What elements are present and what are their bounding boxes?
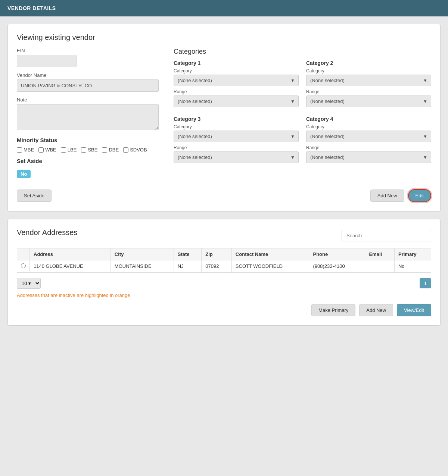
cat4-range-label: Range [306,145,431,150]
cat4-category-select[interactable]: (None selected) [306,131,431,142]
cat1-category-select[interactable]: (None selected) [174,75,299,86]
cat1-category-wrapper: (None selected) ▼ [174,75,299,86]
checkbox-mbe[interactable]: MBE [17,147,34,153]
row-state: NJ [174,260,201,273]
vendor-name-group: Vendor Name [17,72,159,92]
address-actions: Make Primary Add New View/Edit [17,304,431,316]
category-4-group: Category 4 Category (None selected) ▼ Ra… [306,116,431,166]
ein-label: EIN [17,48,159,53]
cat2-category-select[interactable]: (None selected) [306,75,431,86]
checkbox-sdvob[interactable]: SDVOB [123,147,147,153]
sdvob-checkbox[interactable] [123,147,128,153]
vendor-name-input[interactable] [17,79,159,92]
checkbox-sbe[interactable]: SBE [81,147,97,153]
view-edit-address-button[interactable]: View/Edit [397,304,431,316]
cat3-range-label: Range [174,145,299,150]
set-aside-label: Set Aside [17,158,159,164]
addresses-table: Address City State Zip Contact Name Phon… [17,248,431,273]
cat2-category-label: Category [306,68,431,73]
cat1-category-label: Category [174,68,299,73]
cat4-category-wrapper: (None selected) ▼ [306,131,431,142]
set-aside-badge: No [17,170,31,178]
set-aside-button[interactable]: Set Aside [17,190,52,202]
vendor-addresses-card: Vendor Addresses Address City State Zip … [7,219,441,326]
form-right: Categories Category 1 Category (None sel… [174,48,431,182]
cat2-range-select[interactable]: (None selected) [306,95,431,107]
checkbox-lbe[interactable]: LBE [61,147,77,153]
addresses-header: Vendor Addresses [17,228,431,243]
ein-group: EIN [17,48,159,67]
page-title: VENDOR DETAILS [7,5,56,11]
checkbox-wbe[interactable]: WBE [38,147,56,153]
category-1-title: Category 1 [174,60,299,66]
search-input[interactable] [342,230,431,241]
row-city: MOUNTAINSIDE [111,260,174,273]
add-new-vendor-button[interactable]: Add New [370,190,404,202]
inactive-note-text: Addresses that are inactive are highligh… [17,292,115,298]
vendor-form-actions: Set Aside Add New Edit [17,189,431,202]
col-contact-name: Contact Name [231,248,309,260]
lbe-checkbox[interactable] [61,147,66,153]
row-zip: 07092 [202,260,232,273]
row-radio[interactable] [21,263,26,268]
col-email: Email [365,248,395,260]
category-2-group: Category 2 Category (None selected) ▼ Ra… [306,60,431,110]
minority-status-label: Minority Status [17,137,159,143]
row-address: 1140 GLOBE AVENUE [30,260,111,273]
per-page-select[interactable]: 10 ▾ 25 50 [17,278,41,289]
cat4-range-wrapper: (None selected) ▼ [306,151,431,163]
cat3-range-select[interactable]: (None selected) [174,151,299,163]
category-4-title: Category 4 [306,116,431,122]
col-primary: Primary [394,248,431,260]
sbe-checkbox[interactable] [81,147,86,153]
cat2-category-wrapper: (None selected) ▼ [306,75,431,86]
categories-grid: Category 1 Category (None selected) ▼ Ra… [174,60,431,166]
cat2-range-label: Range [306,89,431,94]
inactive-note: Addresses that are inactive are highligh… [17,292,431,298]
cat3-category-select[interactable]: (None selected) [174,131,299,142]
minority-checkboxes: MBE WBE LBE SBE DBE [17,147,159,153]
row-contact-name: SCOTT WOODFIELD [231,260,309,273]
row-phone: (908)232-4100 [309,260,365,273]
vendor-card-title: Viewing existing vendor [17,33,431,42]
vendor-btn-group-right: Add New Edit [370,189,431,202]
category-1-group: Category 1 Category (None selected) ▼ Ra… [174,60,299,110]
cat4-range-select[interactable]: (None selected) [306,151,431,163]
wbe-checkbox[interactable] [38,147,44,153]
cat3-range-wrapper: (None selected) ▼ [174,151,299,163]
row-radio-cell [17,260,30,273]
addresses-card-title: Vendor Addresses [17,228,77,237]
page-header: VENDOR DETAILS [0,0,448,16]
set-aside-section: Set Aside No [17,158,159,178]
cat2-range-wrapper: (None selected) ▼ [306,95,431,107]
header-row: Address City State Zip Contact Name Phon… [17,248,431,260]
edit-vendor-button[interactable]: Edit [408,189,431,202]
table-row: 1140 GLOBE AVENUE MOUNTAINSIDE NJ 07092 … [17,260,431,273]
row-email [365,260,395,273]
table-body: 1140 GLOBE AVENUE MOUNTAINSIDE NJ 07092 … [17,260,431,273]
cat1-range-wrapper: (None selected) ▼ [174,95,299,107]
col-city: City [111,248,174,260]
category-2-title: Category 2 [306,60,431,66]
dbe-checkbox[interactable] [102,147,107,153]
add-new-address-button[interactable]: Add New [359,304,393,316]
note-label: Note [17,97,159,103]
table-header: Address City State Zip Contact Name Phon… [17,248,431,260]
col-radio [17,248,30,260]
category-3-title: Category 3 [174,116,299,122]
category-3-group: Category 3 Category (None selected) ▼ Ra… [174,116,299,166]
minority-status-group: Minority Status MBE WBE LBE SBE [17,137,159,153]
page-1-button[interactable]: 1 [420,278,431,288]
row-primary: No [394,260,431,273]
mbe-checkbox[interactable] [17,147,22,153]
cat1-range-select[interactable]: (None selected) [174,95,299,107]
note-textarea[interactable] [17,104,159,130]
table-footer: 10 ▾ 25 50 1 [17,278,431,289]
checkbox-dbe[interactable]: DBE [102,147,119,153]
per-page-wrapper: 10 ▾ 25 50 [17,278,41,289]
inactive-color-word: orange [115,292,130,298]
ein-input[interactable] [17,55,77,67]
make-primary-button[interactable]: Make Primary [311,304,355,316]
categories-title: Categories [174,48,431,56]
cat1-range-label: Range [174,89,299,94]
